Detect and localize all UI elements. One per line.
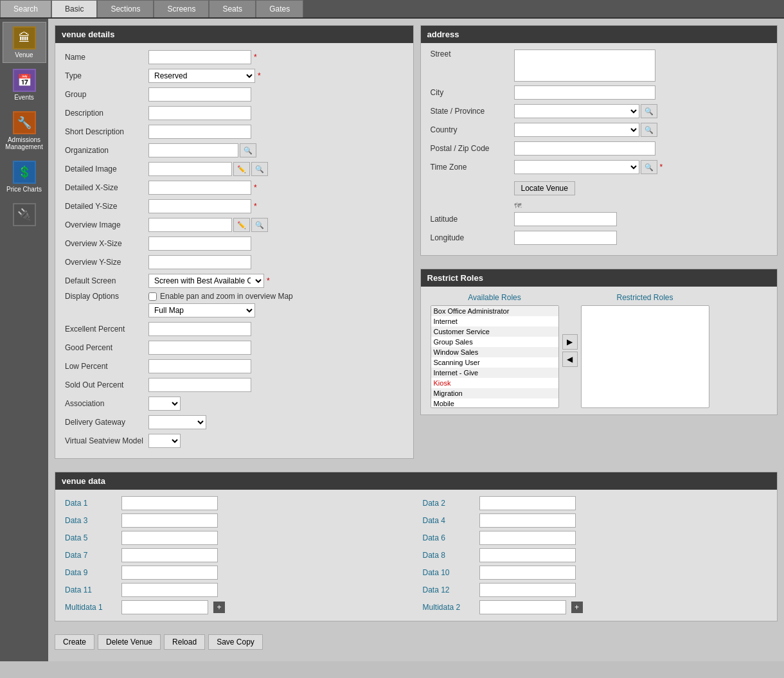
role-internet[interactable]: Internet: [431, 316, 558, 326]
good-pct-input[interactable]: [148, 341, 251, 355]
tab-seats[interactable]: Seats: [209, 0, 256, 17]
sidebar-item-price-charts[interactable]: 💲 Price Charts: [3, 156, 46, 197]
role-kiosk[interactable]: Kiosk: [431, 378, 558, 388]
overview-x-input[interactable]: [148, 236, 251, 251]
latitude-row: Latitude: [431, 211, 768, 227]
short-desc-input[interactable]: [148, 125, 251, 139]
association-select[interactable]: [148, 397, 181, 411]
description-input[interactable]: [148, 106, 251, 120]
move-right-btn[interactable]: ▶: [562, 334, 578, 350]
role-scanning[interactable]: Scanning User: [431, 357, 558, 368]
data6-input[interactable]: [479, 531, 576, 545]
data8-label: Data 8: [423, 551, 474, 560]
delete-venue-button[interactable]: Delete Venue: [98, 634, 161, 650]
country-select[interactable]: [514, 123, 639, 137]
tab-search[interactable]: Search: [0, 0, 51, 17]
group-input[interactable]: [148, 87, 251, 102]
data11-input[interactable]: [121, 583, 218, 597]
multidata2-plus-btn[interactable]: +: [571, 602, 583, 613]
state-select[interactable]: [514, 104, 639, 118]
delivery-gateway-select[interactable]: [148, 415, 206, 429]
multidata2-input[interactable]: [479, 600, 566, 614]
data5-input[interactable]: [121, 531, 218, 545]
data4-input[interactable]: [479, 513, 576, 528]
detailed-y-input[interactable]: [148, 199, 251, 213]
sidebar-item-plugin[interactable]: 🔌: [3, 199, 46, 233]
data9-input[interactable]: [121, 566, 218, 580]
create-button[interactable]: Create: [55, 634, 94, 650]
org-search-btn[interactable]: 🔍: [240, 143, 256, 157]
role-customer-service[interactable]: Customer Service: [431, 326, 558, 337]
postal-input[interactable]: [514, 141, 655, 156]
default-screen-select[interactable]: Screen with Best Available Open or I: [148, 274, 264, 288]
timezone-select[interactable]: [514, 160, 639, 174]
role-box-office[interactable]: Box Office Administrator: [431, 306, 558, 316]
reload-button[interactable]: Reload: [164, 634, 205, 650]
data8-input[interactable]: [479, 548, 576, 562]
longitude-input[interactable]: [514, 231, 617, 245]
latitude-input[interactable]: [514, 212, 617, 226]
save-copy-button[interactable]: Save Copy: [208, 634, 263, 650]
overview-image-search-btn[interactable]: 🔍: [251, 218, 268, 232]
role-internet-give[interactable]: Internet - Give: [431, 368, 558, 378]
sidebar-label-venue: Venue: [15, 51, 33, 58]
data6-row: Data 6: [423, 531, 768, 545]
sidebar-item-admissions[interactable]: 🔧 Admissions Management: [3, 107, 46, 155]
org-input[interactable]: [148, 143, 238, 157]
data1-input[interactable]: [121, 496, 218, 510]
role-migration[interactable]: Migration: [431, 388, 558, 398]
data12-input[interactable]: [479, 583, 576, 597]
tab-screens[interactable]: Screens: [154, 0, 209, 17]
data3-input[interactable]: [121, 513, 218, 528]
locate-venue-btn[interactable]: Locate Venue: [514, 181, 575, 195]
detailed-image-edit-btn[interactable]: ✏️: [233, 162, 250, 176]
full-map-select[interactable]: Full Map: [148, 303, 255, 317]
detailed-x-input[interactable]: [148, 181, 251, 195]
overview-image-input[interactable]: [148, 218, 232, 232]
role-mobile[interactable]: Mobile: [431, 398, 558, 408]
name-input[interactable]: [148, 50, 251, 64]
multidata1-input[interactable]: [121, 600, 208, 614]
data3-label: Data 3: [65, 516, 116, 525]
restricted-roles-list[interactable]: [581, 305, 709, 408]
city-input[interactable]: [514, 85, 655, 100]
detailed-image-input[interactable]: [148, 162, 232, 176]
timezone-search-btn[interactable]: 🔍: [641, 160, 657, 174]
state-search-btn[interactable]: 🔍: [641, 104, 657, 118]
data7-input[interactable]: [121, 548, 218, 562]
roles-transfer-buttons: ▶ ◀: [562, 334, 578, 367]
tab-basic[interactable]: Basic: [51, 0, 97, 17]
sidebar-item-events[interactable]: 📅 Events: [3, 64, 46, 105]
available-roles-list[interactable]: Box Office Administrator Internet Custom…: [431, 305, 559, 408]
timezone-wrap: 🔍 *: [514, 160, 663, 174]
role-window-sales[interactable]: Window Sales: [431, 347, 558, 357]
street-input[interactable]: [514, 49, 655, 82]
move-left-btn[interactable]: ◀: [562, 352, 578, 367]
tab-gates[interactable]: Gates: [256, 0, 303, 17]
venue-data-panel: venue data Data 1 Data 2 Data 3: [55, 472, 778, 621]
pan-zoom-checkbox[interactable]: [148, 292, 157, 301]
virtual-seatview-select[interactable]: [148, 434, 181, 448]
venue-data-body: Data 1 Data 2 Data 3 Data 4: [55, 490, 777, 621]
data3-row: Data 3: [65, 513, 410, 528]
sidebar-item-venue[interactable]: 🏛 Venue: [3, 22, 46, 63]
sold-out-pct-input[interactable]: [148, 378, 251, 392]
main-content: venue details Name * Type Reserve: [48, 19, 784, 661]
type-select[interactable]: Reserved: [148, 69, 255, 83]
right-column: address Street City State / Province: [420, 25, 778, 465]
tab-sections[interactable]: Sections: [97, 0, 154, 17]
data10-input[interactable]: [479, 566, 576, 580]
low-pct-input[interactable]: [148, 359, 251, 373]
excellent-pct-input[interactable]: [148, 322, 251, 336]
overview-image-edit-btn[interactable]: ✏️: [233, 218, 250, 232]
overview-y-label: Overview Y-Size: [65, 258, 148, 267]
role-group-sales[interactable]: Group Sales: [431, 337, 558, 347]
name-label: Name: [65, 53, 148, 62]
top-nav: Search Basic Sections Screens Seats Gate…: [0, 0, 784, 19]
multidata1-plus-btn[interactable]: +: [213, 602, 225, 613]
overview-y-input[interactable]: [148, 255, 251, 269]
detailed-image-search-btn[interactable]: 🔍: [251, 162, 268, 176]
data2-input[interactable]: [479, 496, 576, 510]
multidata2-row: Multidata 2 +: [423, 600, 768, 614]
country-search-btn[interactable]: 🔍: [641, 123, 657, 137]
